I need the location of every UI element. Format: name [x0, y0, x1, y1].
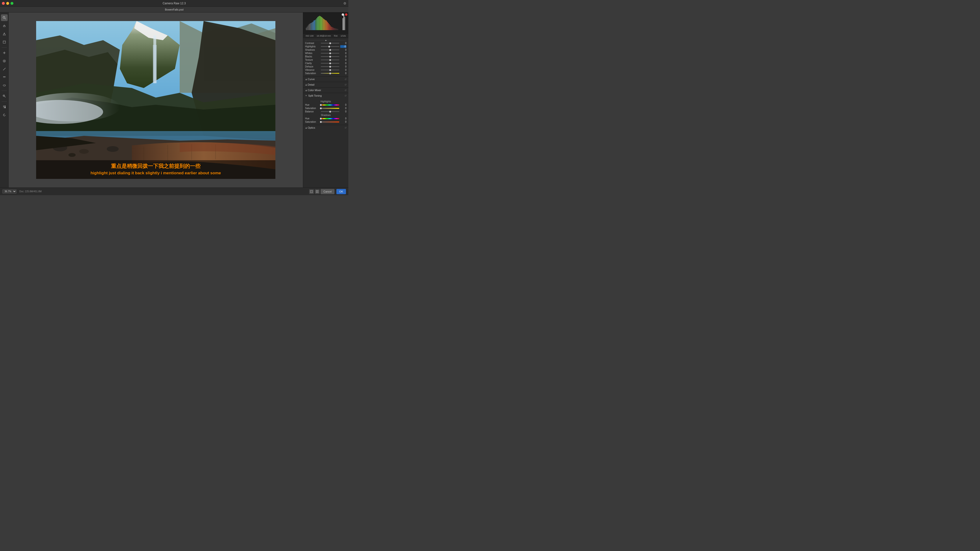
color-mixer-reset-icon[interactable]: ↺	[345, 89, 347, 92]
highlights-hue-track[interactable]	[321, 105, 339, 105]
compare-view-icon[interactable]	[315, 189, 320, 194]
svg-rect-20	[5, 107, 5, 108]
top-bar: Camera Raw 12.3 ⚙	[0, 0, 348, 7]
split-toning-section-header[interactable]: ▼ Split Toning ↺	[303, 93, 348, 98]
contrast-label: Contrast	[305, 42, 320, 44]
radial-filter[interactable]	[1, 82, 8, 89]
shadows-sat-track[interactable]	[321, 121, 339, 122]
saturation-track[interactable]	[321, 73, 339, 74]
svg-rect-63	[316, 19, 316, 30]
magnifier-tool[interactable]	[1, 93, 8, 100]
adjustment-brush[interactable]	[1, 66, 8, 73]
shadows-sat-thumb[interactable]	[320, 121, 322, 123]
balance-track[interactable]	[321, 111, 339, 112]
zoom-tool[interactable]	[1, 14, 8, 21]
highlight-clipping-icon[interactable]	[342, 13, 344, 16]
shadows-hue-thumb[interactable]	[320, 118, 322, 119]
texture-thumb[interactable]	[329, 59, 331, 61]
crop-tool[interactable]	[1, 39, 8, 45]
balance-thumb[interactable]	[329, 111, 331, 113]
close-button[interactable]	[2, 2, 5, 5]
svg-rect-92	[310, 191, 313, 193]
curve-reset-icon[interactable]: ↺	[345, 78, 347, 81]
split-toning-reset-icon[interactable]: ↺	[345, 94, 347, 97]
ok-button[interactable]: OK	[336, 189, 346, 194]
svg-marker-91	[325, 40, 326, 41]
optics-section-title: Optics	[308, 126, 345, 129]
curve-section-header[interactable]: ▶ Curve ↺	[303, 76, 348, 82]
shadows-sat-row: Saturation 0	[305, 121, 347, 123]
svg-rect-67	[320, 16, 320, 30]
shadow-clipping-icon[interactable]	[345, 13, 347, 16]
svg-rect-66	[318, 16, 319, 30]
highlights-track[interactable]	[321, 46, 339, 47]
right-panel: ISO 100 16-35@19 mm f/16 1/10s Contrast …	[303, 13, 348, 187]
clarity-track[interactable]	[321, 63, 339, 64]
saturation-thumb[interactable]	[329, 73, 331, 75]
app-title: Camera Raw 12.3	[163, 2, 186, 5]
optics-section-header[interactable]: ▶ Optics ↺	[303, 125, 348, 130]
svg-rect-70	[322, 18, 323, 30]
healing-tool[interactable]	[1, 49, 8, 56]
canvas-area: 重点是稍微回拨一下我之前提到的一些 highlight just dialing…	[9, 13, 303, 187]
svg-rect-73	[325, 20, 326, 30]
svg-line-1	[5, 18, 6, 19]
shadows-label: Shadows	[305, 49, 320, 51]
detail-reset-icon[interactable]: ↺	[345, 83, 347, 86]
texture-track[interactable]	[321, 60, 339, 60]
shadows-subsection-label: Shadows	[305, 114, 347, 116]
minimize-button[interactable]	[6, 2, 9, 5]
highlights-hue-thumb[interactable]	[320, 104, 322, 106]
shadows-value: 0	[340, 49, 347, 51]
single-view-icon[interactable]	[309, 189, 314, 194]
blacks-thumb[interactable]	[329, 56, 331, 58]
bottom-actions: Cancel OK	[321, 189, 346, 194]
whites-track[interactable]	[321, 53, 339, 54]
contrast-value: 0	[340, 42, 347, 44]
maximize-button[interactable]	[11, 2, 13, 5]
svg-rect-79	[331, 27, 332, 30]
svg-rect-61	[313, 21, 314, 30]
shadows-hue-track[interactable]	[321, 118, 339, 119]
dehaze-thumb[interactable]	[329, 66, 331, 68]
highlights-sat-value: 0	[340, 107, 347, 110]
cancel-button[interactable]: Cancel	[321, 189, 334, 194]
rotate-tool[interactable]	[1, 112, 8, 118]
svg-rect-54	[307, 27, 308, 30]
svg-rect-85	[337, 29, 337, 30]
red-eye-tool[interactable]	[1, 58, 8, 64]
optics-reset-icon[interactable]: ↺	[345, 127, 347, 129]
svg-rect-89	[345, 17, 345, 30]
vibrance-track[interactable]	[321, 70, 339, 70]
shadows-track[interactable]	[321, 49, 339, 50]
highlights-sat-row: Saturation 0	[305, 107, 347, 110]
vibrance-thumb[interactable]	[329, 69, 331, 71]
shadows-hue-value: 0	[340, 117, 347, 120]
detail-section-header[interactable]: ▶ Detail ↺	[303, 82, 348, 87]
svg-rect-33	[153, 45, 157, 83]
contrast-thumb[interactable]	[329, 42, 331, 44]
blacks-track[interactable]	[321, 56, 339, 57]
svg-rect-58	[311, 23, 312, 30]
whites-thumb[interactable]	[329, 52, 331, 54]
svg-point-43	[68, 153, 76, 157]
highlights-sat-track[interactable]	[321, 108, 339, 109]
zoom-selector[interactable]: 36.7% 25% 50% 100%	[2, 189, 16, 194]
highlights-thumb[interactable]	[328, 46, 330, 48]
color-mixer-section-header[interactable]: ▶ Color Mixer ↺	[303, 87, 348, 93]
dehaze-track[interactable]	[321, 66, 339, 67]
split-toning-section-title: Split Toning	[308, 94, 345, 97]
white-balance-tool[interactable]	[1, 30, 8, 37]
settings-icon[interactable]: ⚙	[343, 2, 347, 5]
highlights-label: Highlights	[305, 45, 320, 48]
svg-rect-93	[316, 191, 317, 193]
shadows-thumb[interactable]	[329, 49, 331, 51]
highlights-sat-thumb[interactable]	[320, 107, 322, 109]
color-sampler-tool[interactable]	[1, 103, 8, 110]
hand-tool[interactable]	[1, 22, 8, 29]
graduated-filter[interactable]	[1, 74, 8, 81]
svg-rect-56	[309, 24, 310, 30]
contrast-track[interactable]	[321, 43, 339, 43]
clarity-value: 0	[340, 62, 347, 65]
clarity-thumb[interactable]	[329, 62, 331, 64]
